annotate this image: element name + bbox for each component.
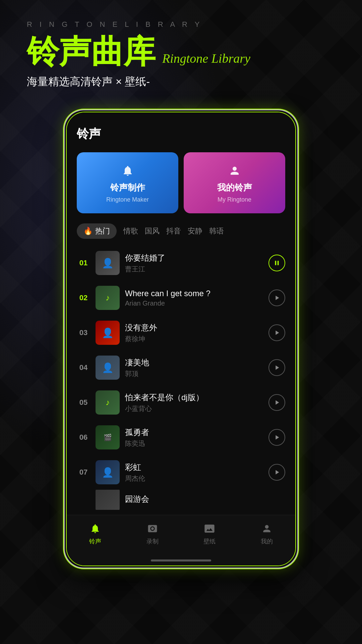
play-button-2[interactable] <box>268 289 285 306</box>
category-tabs: 🔥 热门 情歌 国风 抖音 安静 韩语 <box>77 223 285 239</box>
bell-icon <box>119 162 136 179</box>
svg-point-0 <box>151 527 154 530</box>
nav-label-ringtone: 铃声 <box>89 537 101 545</box>
song-thumb-6: 🎬 <box>96 425 120 449</box>
nav-wallpaper-icon <box>203 522 216 535</box>
song-name-8: 园游会 <box>125 494 285 504</box>
nav-label-mine: 我的 <box>261 537 273 545</box>
play-button-7[interactable] <box>268 464 285 481</box>
song-name-5: 怕来者不是你（dj版） <box>125 392 263 403</box>
song-thumb-4: 👤 <box>96 356 120 380</box>
card-row: 铃声制作 Ringtone Maker 我的铃声 My Ringtone <box>77 152 285 213</box>
header-subtitle: R I N G T O N E L I B R A R Y <box>27 20 335 29</box>
song-thumb-2: ♪ <box>96 286 120 310</box>
song-artist-6: 陈奕迅 <box>125 439 263 448</box>
song-artist-5: 小蓝背心 <box>125 404 263 413</box>
song-info-6: 孤勇者 陈奕迅 <box>125 427 263 448</box>
play-button-5[interactable] <box>268 394 285 411</box>
song-thumb-1: 👤 <box>96 251 120 275</box>
song-name-4: 凄美地 <box>125 357 263 368</box>
song-item-8[interactable]: 08 园游会 <box>77 490 285 510</box>
tab-douyin[interactable]: 抖音 <box>166 223 181 239</box>
song-item-4[interactable]: 04 👤 凄美地 郭顶 <box>77 350 285 385</box>
song-thumb-5: ♪ <box>96 390 120 415</box>
song-item-7[interactable]: 07 👤 彩虹 周杰伦 <box>77 455 285 490</box>
ringtone-maker-title-cn: 铃声制作 <box>110 182 145 194</box>
song-info-1: 你要结婚了 曹王江 <box>125 253 263 274</box>
phone-mockup: 铃声 铃声制作 Ringtone Maker <box>64 109 298 569</box>
play-button-3[interactable] <box>268 324 285 341</box>
song-artist-4: 郭顶 <box>125 369 263 378</box>
song-thumb-8 <box>96 490 120 510</box>
nav-person-icon <box>260 522 274 535</box>
title-english: Ringtone Library <box>162 51 250 66</box>
song-thumb-3: 👤 <box>96 321 120 345</box>
song-num-5: 05 <box>77 398 90 407</box>
song-name-6: 孤勇者 <box>125 427 263 438</box>
play-button-4[interactable] <box>268 359 285 376</box>
phone-inner: 铃声 铃声制作 Ringtone Maker <box>66 112 296 566</box>
song-list: 01 👤 你要结婚了 曹王江 <box>77 246 285 510</box>
nav-item-record[interactable]: 录制 <box>124 522 181 545</box>
song-num-7: 07 <box>77 468 90 477</box>
song-info-3: 没有意外 蔡徐坤 <box>125 322 263 343</box>
song-num-6: 06 <box>77 433 90 442</box>
tab-chinese[interactable]: 国风 <box>145 223 160 239</box>
header-title-row: 铃声曲库 Ringtone Library <box>27 36 335 68</box>
play-button-1[interactable] <box>268 255 285 271</box>
song-item-1[interactable]: 01 👤 你要结婚了 曹王江 <box>77 246 285 280</box>
ringtone-maker-button[interactable]: 铃声制作 Ringtone Maker <box>77 152 178 213</box>
fire-icon: 🔥 <box>83 227 93 235</box>
tab-hot[interactable]: 🔥 热门 <box>77 223 117 239</box>
ringtone-maker-title-en: Ringtone Maker <box>106 196 149 203</box>
nav-bell-icon <box>88 522 102 535</box>
phone-content: 铃声 铃声制作 Ringtone Maker <box>67 112 295 515</box>
title-chinese: 铃声曲库 <box>27 36 156 68</box>
song-thumb-7: 👤 <box>96 460 120 484</box>
section-title: 铃声 <box>77 126 285 142</box>
song-num-1: 01 <box>77 259 90 267</box>
song-artist-1: 曹王江 <box>125 265 263 274</box>
nav-item-wallpaper[interactable]: 壁纸 <box>181 522 238 545</box>
home-indicator <box>67 555 295 566</box>
my-ringtone-button[interactable]: 我的铃声 My Ringtone <box>184 152 285 213</box>
song-item-3[interactable]: 03 👤 没有意外 蔡徐坤 <box>77 315 285 350</box>
song-num-4: 04 <box>77 363 90 372</box>
nav-label-record: 录制 <box>146 537 159 545</box>
song-info-5: 怕来者不是你（dj版） 小蓝背心 <box>125 392 263 413</box>
song-item-2[interactable]: 02 ♪ Where can I get some ? Arian Grande <box>77 280 285 315</box>
song-item-5[interactable]: 05 ♪ 怕来者不是你（dj版） 小蓝背心 <box>77 385 285 420</box>
song-num-2: 02 <box>77 293 90 302</box>
song-info-4: 凄美地 郭顶 <box>125 357 263 378</box>
song-info-7: 彩虹 周杰伦 <box>125 462 263 483</box>
header-tagline: 海量精选高清铃声 × 壁纸- <box>27 74 335 89</box>
my-ringtone-title-en: My Ringtone <box>218 196 251 203</box>
tab-quiet[interactable]: 安静 <box>188 223 202 239</box>
nav-item-ringtone[interactable]: 铃声 <box>67 522 124 545</box>
song-artist-2: Arian Grande <box>125 300 263 307</box>
nav-record-icon <box>146 522 159 535</box>
song-name-1: 你要结婚了 <box>125 253 263 263</box>
person-icon <box>226 162 243 179</box>
tab-korean[interactable]: 韩语 <box>209 223 224 239</box>
nav-item-mine[interactable]: 我的 <box>238 522 296 545</box>
nav-label-wallpaper: 壁纸 <box>203 537 216 545</box>
song-info-8: 园游会 <box>125 494 285 506</box>
bottom-nav: 铃声 录制 <box>67 515 295 555</box>
song-info-2: Where can I get some ? Arian Grande <box>125 289 263 307</box>
song-num-3: 03 <box>77 328 90 337</box>
song-name-3: 没有意外 <box>125 322 263 333</box>
home-bar <box>151 559 211 561</box>
song-item-6[interactable]: 06 🎬 孤勇者 陈奕迅 <box>77 420 285 455</box>
play-button-6[interactable] <box>268 429 285 446</box>
song-artist-7: 周杰伦 <box>125 474 263 483</box>
song-name-2: Where can I get some ? <box>125 289 263 298</box>
header-area: R I N G T O N E L I B R A R Y 铃声曲库 Ringt… <box>0 0 362 103</box>
song-name-7: 彩虹 <box>125 462 263 473</box>
tab-love-songs[interactable]: 情歌 <box>123 223 138 239</box>
my-ringtone-title-cn: 我的铃声 <box>217 182 252 194</box>
song-artist-3: 蔡徐坤 <box>125 334 263 343</box>
